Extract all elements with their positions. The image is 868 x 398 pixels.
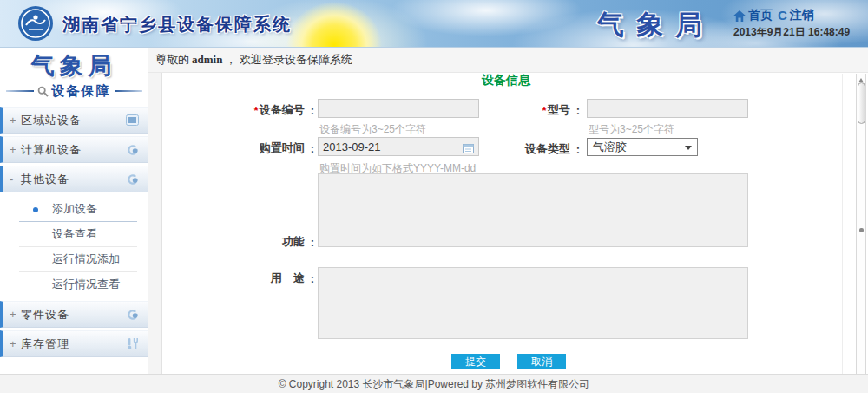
decor-line-right: [115, 90, 142, 92]
scrollbar-up-arrow-icon[interactable]: [858, 75, 864, 82]
logout-power-icon: C: [778, 10, 787, 22]
content-gutter: [148, 73, 162, 374]
submit-button[interactable]: 提交: [451, 354, 500, 369]
window-icon: [126, 114, 139, 126]
sidebar-item-inventory-management[interactable]: + 库存管理: [0, 330, 148, 357]
chevron-down-icon: [685, 146, 692, 153]
sidebar-menu: + 区域站设备 + 计算机设备 - 其他设备: [0, 107, 148, 357]
cancel-button[interactable]: 取消: [517, 354, 566, 369]
other-equipment-submenu: 添加设备 设备查看 运行情况添加 运行情况查看: [0, 195, 148, 301]
required-asterisk: *: [542, 104, 547, 117]
expand-plus-icon: +: [10, 114, 21, 127]
app-window: 湖南省宁乡县设备保障系统 气象局 首页 C 注销 2013年9月21日 16:4…: [0, 0, 868, 398]
device-no-hint: 设备编号为3~25个字符: [319, 122, 426, 137]
purchase-date-label: 购置时间 :: [217, 140, 314, 156]
top-nav: 首页 C 注销: [733, 8, 814, 23]
function-label: 功能 :: [217, 234, 314, 250]
sidebar: 气象局 设备保障 + 区域站设备 + 计算机设备: [0, 48, 148, 374]
device-no-input[interactable]: [318, 99, 479, 118]
required-asterisk: *: [254, 104, 259, 117]
content-right-edge: [842, 74, 843, 374]
device-type-select[interactable]: 气溶胶: [587, 138, 698, 156]
sidebar-item-other-equipment[interactable]: - 其他设备: [0, 166, 148, 192]
footer: © Copyright 2013 长沙市气象局|Powered by 苏州梦图软…: [0, 374, 868, 393]
sidebar-brand-text: 气象局: [0, 50, 148, 82]
magnifier-icon: [37, 86, 49, 97]
model-hint: 型号为3~25个字符: [589, 122, 674, 137]
sidebar-subtitle: 设备保障: [52, 83, 111, 100]
usage-textarea[interactable]: [318, 267, 748, 339]
vertical-scrollbar-thumb[interactable]: [858, 82, 865, 124]
expand-plus-icon: +: [10, 143, 21, 156]
function-textarea[interactable]: [318, 173, 748, 247]
collapse-minus-icon: -: [10, 173, 21, 186]
logout-link-label: 注销: [790, 8, 814, 23]
home-link[interactable]: 首页: [733, 8, 773, 23]
logout-link[interactable]: C 注销: [778, 8, 814, 23]
calendar-icon[interactable]: [463, 141, 474, 157]
welcome-prefix: 尊敬的: [155, 52, 189, 68]
welcome-bar: 尊敬的 admin ， 欢迎登录设备保障系统: [148, 48, 868, 73]
form-title: 设备信息: [163, 73, 849, 88]
top-banner: 湖南省宁乡县设备保障系统 气象局 首页 C 注销 2013年9月21日 16:4…: [0, 0, 868, 48]
tools-icon: [127, 337, 139, 350]
sidebar-item-view-running-status[interactable]: 运行情况查看: [0, 272, 148, 297]
banner-brand-text: 气象局: [597, 7, 714, 43]
device-no-label: * 设备编号 :: [217, 102, 314, 118]
bureau-logo-icon: [17, 5, 54, 42]
datetime-display: 2013年9月21日 16:48:49: [733, 25, 850, 40]
sidebar-item-computer-equipment[interactable]: + 计算机设备: [0, 136, 148, 163]
expand-plus-icon: +: [10, 337, 21, 350]
device-type-label: 设备类型 :: [483, 141, 580, 157]
sidebar-subtitle-row: 设备保障: [0, 82, 148, 100]
home-link-label: 首页: [748, 8, 773, 23]
purchase-date-input[interactable]: [318, 137, 479, 156]
device-type-selected-value: 气溶胶: [593, 140, 627, 155]
system-title: 湖南省宁乡县设备保障系统: [62, 13, 292, 36]
home-icon: [733, 10, 746, 22]
comet-icon: [126, 143, 139, 156]
sidebar-item-view-device[interactable]: 设备查看: [0, 222, 148, 247]
sidebar-item-parts-equipment[interactable]: + 零件设备: [0, 301, 148, 328]
sidebar-item-regional-station-equipment[interactable]: + 区域站设备: [0, 107, 148, 134]
welcome-suffix: ， 欢迎登录设备保障系统: [225, 52, 352, 68]
username: admin: [192, 53, 222, 67]
model-input[interactable]: [587, 99, 748, 118]
model-label: * 型号 :: [483, 102, 580, 118]
comet-icon: [126, 308, 139, 321]
decor-line-left: [6, 90, 34, 92]
active-bullet-icon: [33, 207, 38, 212]
comet-icon: [126, 173, 139, 186]
purchase-date-field: [318, 137, 479, 156]
sidebar-item-add-running-status[interactable]: 运行情况添加: [0, 247, 148, 272]
sidebar-item-add-device[interactable]: 添加设备: [0, 197, 148, 222]
usage-label: 用 途 :: [217, 271, 314, 286]
scrollbar-marker: [859, 228, 864, 232]
expand-plus-icon: +: [10, 308, 21, 321]
